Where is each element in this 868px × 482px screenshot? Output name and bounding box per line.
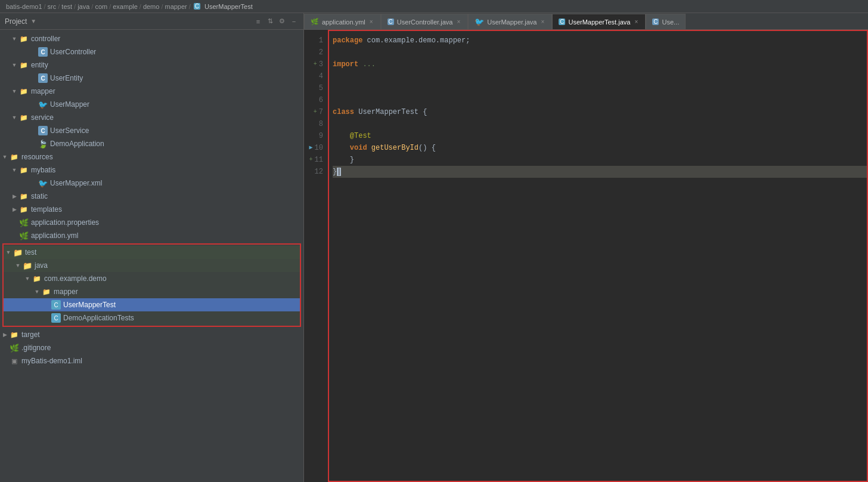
code-area[interactable]: package com.example.demo.mapper; import … <box>328 30 868 183</box>
tab-application-yml[interactable]: 🌿 application.yml × <box>304 14 381 29</box>
java-class-icon-usercontroller: C <box>38 47 48 57</box>
breadcrumb-test[interactable]: test <box>61 3 72 10</box>
tree-item-mybatis[interactable]: 📁 mybatis <box>0 163 303 177</box>
properties-icon-app: 🌿 <box>19 218 29 227</box>
tree-label-app-yml: application.yml <box>31 231 78 240</box>
tree-item-gitignore[interactable]: 🌿 .gitignore <box>0 341 303 354</box>
fold-icon-11[interactable]: + <box>309 154 313 166</box>
mapper-icon-usermapper: 🐦 <box>38 100 48 109</box>
breadcrumb-mapper[interactable]: mapper <box>165 3 187 10</box>
tab-label-application-yml: application.yml <box>322 18 365 26</box>
test-section-highlighted: 📁 test 📁 java 📁 com.example.demo <box>2 243 301 327</box>
line-num-4: 4 <box>304 70 323 82</box>
tree-label-usercontroller: UserController <box>50 48 96 56</box>
tree-item-userservice[interactable]: C UserService <box>0 124 303 137</box>
breadcrumb-demo[interactable]: demo <box>143 3 160 10</box>
tree-arrow-mybatis <box>10 163 19 177</box>
tree-item-app-yml[interactable]: 🌿 application.yml <box>0 229 303 242</box>
code-line-8 <box>333 118 868 130</box>
run-icon-10[interactable]: ▶ <box>309 142 313 154</box>
tree-label-com-example: com.example.demo <box>44 274 107 283</box>
tree-item-resources[interactable]: 📁 resources <box>0 150 303 163</box>
java-tab-icon-usercontroller: C <box>388 18 394 25</box>
breadcrumb-example[interactable]: example <box>113 3 138 10</box>
tab-close-usermappertest[interactable]: × <box>633 18 639 25</box>
breadcrumb-java[interactable]: java <box>78 3 89 10</box>
minimize-icon[interactable]: − <box>289 17 299 26</box>
tree-label-userentity: UserEntity <box>50 74 83 82</box>
breadcrumb-com[interactable]: com <box>95 3 107 10</box>
tab-close-usercontroller[interactable]: × <box>455 18 461 25</box>
tree-arrow-java-test <box>13 259 23 272</box>
java-class-icon-userservice: C <box>38 126 48 135</box>
tree-item-static[interactable]: 📁 static <box>0 190 303 203</box>
tab-use-partial[interactable]: C Use... <box>646 14 686 29</box>
fold-icon-3[interactable]: + <box>314 58 317 70</box>
xml-icon-usermapper: 🐦 <box>38 178 48 188</box>
test-class-icon-demoapptests: C <box>51 313 61 323</box>
tree-label-service: service <box>31 113 54 122</box>
tab-usermapper[interactable]: 🐦 UserMapper.java × <box>468 14 552 29</box>
tree-label-usermappertest: UserMapperTest <box>63 301 116 309</box>
expand-all-icon[interactable]: ⇅ <box>265 17 275 26</box>
line-num-3: +3 <box>304 58 323 70</box>
tree-item-com-example[interactable]: 📁 com.example.demo <box>4 272 300 285</box>
tree-label-entity: entity <box>31 61 48 69</box>
settings-icon[interactable]: ⚙ <box>277 17 287 26</box>
tree-item-java-test[interactable]: 📁 java <box>4 259 300 272</box>
tree-item-usermappertest[interactable]: C UserMapperTest <box>4 298 300 311</box>
tree-label-iml: myBatis-demo1.iml <box>21 357 82 365</box>
line-num-6: 6 <box>304 94 323 106</box>
breadcrumb-project[interactable]: batis-demo1 <box>6 3 42 10</box>
tree-item-target[interactable]: 📁 target <box>0 328 303 341</box>
collapse-all-icon[interactable]: ≡ <box>253 17 263 26</box>
tab-close-usermapper[interactable]: × <box>540 18 545 25</box>
tree-item-mapper-src[interactable]: 📁 mapper <box>0 85 303 98</box>
main-container: Project ▼ ≡ ⇅ ⚙ − 📁 controller <box>0 13 868 482</box>
yml-icon-app: 🌿 <box>19 231 29 240</box>
breadcrumb-src[interactable]: src <box>48 3 57 10</box>
top-bar: batis-demo1 / src / test / java / com / … <box>0 0 868 13</box>
tree-item-test[interactable]: 📁 test <box>4 246 300 259</box>
tree-label-test: test <box>25 248 36 257</box>
code-line-7: class UserMapperTest { <box>333 106 868 118</box>
line-num-12: 12 <box>304 166 323 178</box>
tree-item-service[interactable]: 📁 service <box>0 111 303 124</box>
sidebar-chevron-icon[interactable]: ▼ <box>30 18 36 24</box>
tree-item-demoapplicationtests[interactable]: C DemoApplicationTests <box>4 311 300 325</box>
tree-item-userentity[interactable]: C UserEntity <box>0 72 303 85</box>
line-num-5: 5 <box>304 82 323 94</box>
tree-arrow-static <box>10 190 19 203</box>
folder-icon-mybatis: 📁 <box>19 165 29 175</box>
code-line-5 <box>333 82 868 94</box>
line-num-10: ▶10 <box>304 142 323 154</box>
tree-item-demoapplication[interactable]: 🍃 DemoApplication <box>0 137 303 150</box>
editor-code-wrapper: package com.example.demo.mapper; import … <box>328 30 868 482</box>
tree-item-app-properties[interactable]: 🌿 application.properties <box>0 216 303 229</box>
tree-item-usermapper[interactable]: 🐦 UserMapper <box>0 98 303 111</box>
tree-item-usermapper-xml[interactable]: 🐦 UserMapper.xml <box>0 177 303 190</box>
tree-item-iml[interactable]: ▣ myBatis-demo1.iml <box>0 354 303 367</box>
tree-item-controller[interactable]: 📁 controller <box>0 32 303 45</box>
code-line-10: void getUserById() { <box>333 142 868 154</box>
tree-item-entity[interactable]: 📁 entity <box>0 58 303 72</box>
project-sidebar: Project ▼ ≡ ⇅ ⚙ − 📁 controller <box>0 13 304 482</box>
tree-label-mapper-src: mapper <box>31 87 55 95</box>
editor-area: 🌿 application.yml × C UserController.jav… <box>304 13 868 482</box>
tab-usermappertest[interactable]: C UserMapperTest.java × <box>552 14 646 29</box>
fold-icon-7[interactable]: + <box>314 106 317 118</box>
tab-close-application-yml[interactable]: × <box>368 18 374 25</box>
sidebar-header: Project ▼ ≡ ⇅ ⚙ − <box>0 13 303 30</box>
tab-usercontroller[interactable]: C UserController.java × <box>381 14 469 29</box>
tree-item-templates[interactable]: 📁 templates <box>0 203 303 216</box>
tree-item-mapper-test[interactable]: 📁 mapper <box>4 285 300 298</box>
code-line-6 <box>333 94 868 106</box>
tree-item-usercontroller[interactable]: C UserController <box>0 45 303 58</box>
line-num-11: +11 <box>304 154 323 166</box>
folder-icon-static: 📁 <box>19 191 29 201</box>
tree-arrow-templates <box>10 203 19 216</box>
tree-arrow-controller <box>10 32 19 45</box>
folder-icon-service: 📁 <box>19 113 29 122</box>
mapper-tab-icon: 🐦 <box>475 17 484 26</box>
tree-label-app-properties: application.properties <box>31 218 99 227</box>
